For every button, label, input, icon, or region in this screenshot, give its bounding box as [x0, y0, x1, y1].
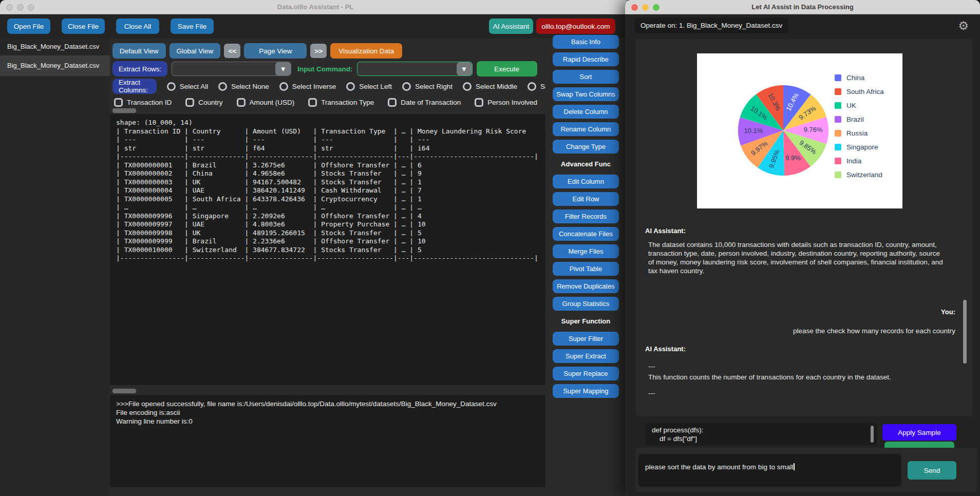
function-panel-item[interactable]: Edit Row: [553, 192, 619, 206]
function-panel-item[interactable]: Basic Info: [553, 35, 619, 49]
minimize-window-icon[interactable]: [642, 4, 649, 11]
operate-on-label: Operate on: 1. Big_Black_Money_Dataset.c…: [634, 18, 788, 33]
open-file-button[interactable]: Open File: [7, 18, 50, 34]
radio-icon[interactable]: [527, 82, 536, 91]
radio-icon[interactable]: [218, 82, 227, 91]
function-panel-item[interactable]: Remove Duplicates: [553, 279, 619, 293]
column-checkbox[interactable]: Amount (USD): [237, 98, 295, 107]
select-radio[interactable]: Select Middle: [463, 82, 517, 91]
legend-item[interactable]: Switzerland: [835, 171, 884, 179]
function-panel-item[interactable]: Edit Column: [553, 175, 619, 188]
checkbox-icon[interactable]: [475, 98, 483, 107]
minimize-window-icon[interactable]: [17, 4, 24, 11]
assistant-label: AI Assistant:: [645, 345, 686, 353]
select-radio[interactable]: Sele: [527, 82, 545, 91]
separator-text: ---: [648, 363, 655, 370]
select-radio[interactable]: Select All: [167, 82, 209, 91]
page-view-button[interactable]: Page View: [244, 43, 307, 59]
h-scrollbar-thumb[interactable]: [112, 108, 136, 113]
apply-run-button-partial[interactable]: [884, 442, 954, 448]
function-panel-item[interactable]: Rapid Describe: [553, 52, 619, 66]
checkbox-icon[interactable]: [388, 98, 397, 107]
send-button[interactable]: Send: [908, 461, 956, 480]
global-view-button[interactable]: Global View: [169, 43, 221, 59]
close-window-icon[interactable]: [6, 4, 13, 11]
next-page-button[interactable]: >>: [310, 44, 327, 58]
legend-item[interactable]: South Africa: [835, 88, 884, 96]
ai-assistant-button[interactable]: AI Assistant: [489, 18, 533, 34]
column-checkbox[interactable]: Transaction Type: [308, 98, 374, 107]
legend-item[interactable]: Brazil: [835, 116, 884, 123]
input-command-combobox[interactable]: ▼: [357, 62, 473, 76]
close-all-button[interactable]: Close All: [116, 18, 159, 34]
chat-input-field[interactable]: please sort the data by amount from big …: [638, 454, 901, 487]
legend-swatch-icon: [835, 130, 841, 137]
gear-icon[interactable]: ⚙: [958, 18, 969, 33]
extract-rows-combobox[interactable]: ▼: [172, 62, 291, 76]
h-scrollbar-thumb[interactable]: [112, 389, 136, 393]
function-panel-item[interactable]: Merge Files: [553, 244, 619, 258]
legend-item[interactable]: Singapore: [835, 143, 884, 151]
v-scrollbar-thumb[interactable]: [871, 426, 874, 443]
function-panel-item[interactable]: Change Type: [553, 140, 619, 154]
screen: Data.olllo Assistant - PL Open File Clos…: [0, 0, 980, 496]
default-view-button[interactable]: Default View: [112, 43, 166, 59]
checkbox-icon[interactable]: [308, 98, 317, 107]
legend-item[interactable]: Russia: [835, 129, 884, 137]
radio-icon[interactable]: [346, 82, 355, 91]
separator-text: ---: [648, 389, 655, 397]
legend-item[interactable]: India: [835, 157, 884, 165]
zoom-window-icon[interactable]: [28, 4, 34, 11]
select-radio[interactable]: Select None: [218, 82, 269, 91]
legend-item[interactable]: China: [835, 74, 884, 82]
legend-swatch-icon: [835, 88, 841, 95]
function-panel-item[interactable]: Super Extract: [553, 349, 619, 363]
save-file-button[interactable]: Save File: [171, 18, 214, 34]
function-panel-item[interactable]: Pivot Table: [553, 262, 619, 276]
traffic-lights: [631, 4, 659, 11]
code-preview[interactable]: def process(dfs): df = dfs["df"]: [646, 423, 877, 446]
function-panel-item[interactable]: Group Statistics: [553, 297, 619, 311]
data-view-area: Default View Global View << Page View >>…: [110, 38, 545, 496]
checkbox-icon[interactable]: [114, 98, 123, 107]
file-list-item[interactable]: Big_Black_Money_Dataset.csv: [0, 38, 110, 55]
prev-page-button[interactable]: <<: [224, 44, 240, 58]
radio-icon[interactable]: [402, 82, 411, 91]
column-checkbox[interactable]: Transaction ID: [114, 98, 172, 107]
apply-sample-button[interactable]: Apply Sample: [882, 424, 956, 441]
v-scrollbar-thumb[interactable]: [963, 300, 967, 364]
visualization-data-button[interactable]: Visualization Data: [330, 43, 402, 59]
file-list-item[interactable]: Big_Black_Money_Dataset.csv: [0, 55, 110, 76]
execute-button[interactable]: Execute: [477, 61, 537, 77]
checkbox-icon[interactable]: [237, 98, 246, 107]
radio-icon[interactable]: [279, 82, 288, 91]
close-window-icon[interactable]: [631, 4, 638, 11]
function-panel-item[interactable]: Concatenate Files: [553, 227, 619, 241]
account-button[interactable]: olllo.top@outlook.com: [536, 18, 615, 34]
function-panel-item[interactable]: Super Mapping: [553, 384, 619, 398]
radio-icon[interactable]: [463, 82, 472, 91]
zoom-window-icon[interactable]: [653, 4, 659, 11]
select-radio[interactable]: Select Left: [346, 82, 392, 91]
legend-item[interactable]: UK: [835, 102, 884, 109]
column-checkbox[interactable]: Country: [185, 98, 222, 107]
assistant-message: This function counts the number of trans…: [648, 373, 945, 381]
select-radio[interactable]: Select Right: [402, 82, 453, 91]
column-checkbox[interactable]: Date of Transaction: [388, 98, 461, 107]
function-panel-item[interactable]: Super Replace: [553, 367, 619, 380]
function-panel-item[interactable]: Super Filter: [553, 332, 619, 346]
function-panel-item[interactable]: Filter Records: [553, 209, 619, 223]
select-radio[interactable]: Select Inverse: [279, 82, 336, 91]
function-panel-item[interactable]: Swap Two Columns: [553, 87, 619, 101]
column-checkbox[interactable]: Person Involved: [475, 98, 537, 107]
function-panel-item[interactable]: Delete Column: [553, 105, 619, 119]
radio-icon[interactable]: [167, 82, 176, 91]
chevron-down-icon[interactable]: ▼: [457, 62, 472, 75]
dataframe-preview: shape: (10_000, 14) | Transaction ID | C…: [110, 114, 545, 385]
function-panel-item[interactable]: Sort: [553, 70, 619, 84]
file-toolbar: Open File Close File Close All Save File…: [0, 14, 631, 38]
close-file-button[interactable]: Close File: [62, 18, 105, 34]
chevron-down-icon[interactable]: ▼: [275, 62, 291, 75]
checkbox-icon[interactable]: [185, 98, 194, 107]
function-panel-item[interactable]: Rename Column: [553, 122, 619, 136]
